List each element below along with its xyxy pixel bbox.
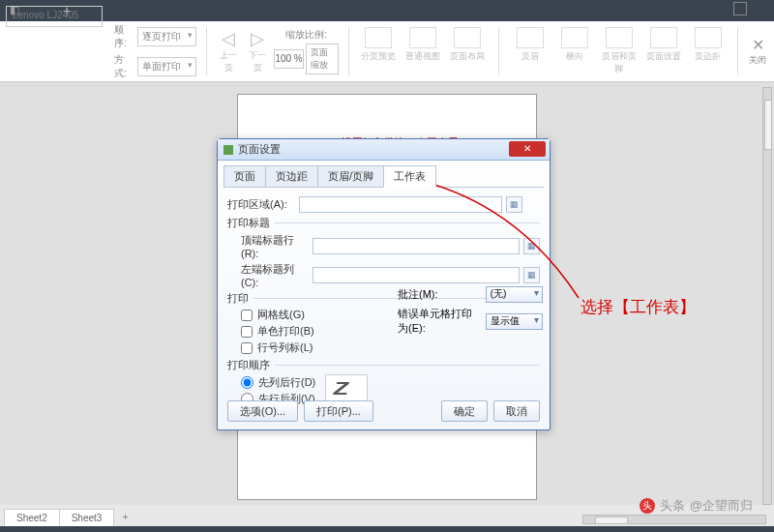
horizontal-scrollbar[interactable] — [582, 515, 766, 524]
add-sheet-button[interactable]: + — [114, 509, 135, 526]
sheet-tab[interactable]: Sheet3 — [59, 509, 115, 526]
tab-sheet[interactable]: 工作表 — [383, 165, 436, 188]
ribbon-toolbar: Lenovo LJ2405 份数: 1 顺序: 逐页打印 方式: 单面打印 ◁上… — [0, 21, 774, 82]
ok-button[interactable]: 确定 — [441, 400, 488, 422]
sheet-tabs: Sheet2 Sheet3 + — [4, 509, 135, 526]
print-titles-group: 打印标题 — [227, 216, 540, 230]
rows-repeat-input[interactable] — [313, 238, 520, 254]
mode-label: 方式: — [114, 53, 134, 80]
print-button[interactable]: 打印(P)... — [304, 400, 373, 422]
close-preview-button[interactable]: ✕关闭 — [748, 36, 768, 67]
print-area-input[interactable] — [299, 196, 502, 213]
cols-repeat-input[interactable] — [313, 267, 520, 283]
tab-header-footer[interactable]: 页眉/页脚 — [317, 165, 384, 188]
page-zoom-button[interactable]: 页面缩放 — [306, 44, 339, 74]
order-down-radio[interactable]: 先列后行(D) — [241, 375, 315, 390]
options-button[interactable]: 选项(O)... — [227, 400, 298, 422]
page-setup-button[interactable]: 页面设置 — [644, 27, 683, 75]
toutiao-logo-icon: 头 — [640, 498, 655, 514]
separator — [498, 27, 499, 75]
print-order-group: 打印顺序 — [227, 358, 540, 372]
zoom-value-input[interactable]: 100 % — [274, 49, 304, 69]
window-maximize-icon[interactable] — [733, 2, 747, 15]
sequence-label: 顺序: — [114, 23, 134, 50]
page-break-preview-button[interactable]: 分页预览 — [359, 27, 398, 75]
vertical-scrollbar[interactable] — [762, 87, 772, 505]
rows-repeat-label: 顶端标题行(R): — [241, 233, 309, 259]
sequence-select[interactable]: 逐页打印 — [137, 27, 196, 46]
page-setup-dialog: 页面设置 ✕ 页面 页边距 页眉/页脚 工作表 打印区域(A): ▦ 打印标题 … — [217, 138, 551, 430]
prev-page-button[interactable]: ◁上一页 — [217, 28, 242, 74]
rows-picker-icon[interactable]: ▦ — [523, 238, 540, 254]
comments-label: 批注(M): — [398, 287, 480, 302]
dialog-titlebar[interactable]: 页面设置 — [218, 139, 550, 161]
print-area-label: 打印区域(A): — [227, 197, 295, 212]
tab-page[interactable]: 页面 — [223, 165, 266, 188]
app-icon: ◧ — [10, 4, 21, 15]
tab-margins[interactable]: 页边距 — [265, 165, 318, 188]
rowcol-checkbox[interactable]: 行号列标(L) — [241, 340, 540, 355]
next-page-button[interactable]: ▷下一页 — [245, 28, 270, 74]
margins-button[interactable]: 页边距 — [689, 27, 728, 75]
cancel-button[interactable]: 取消 — [493, 400, 540, 422]
statusbar — [0, 526, 774, 532]
sheet-tab[interactable]: Sheet2 — [4, 509, 60, 526]
errors-select[interactable]: 显示值 — [486, 313, 543, 330]
window-titlebar: ◧ + — [0, 0, 774, 21]
separator — [737, 27, 738, 75]
separator — [206, 27, 207, 75]
print-area-picker-icon[interactable]: ▦ — [506, 196, 522, 213]
portrait-button[interactable]: 页眉 — [511, 27, 550, 75]
page-layout-button[interactable]: 页面布局 — [448, 27, 487, 75]
separator — [348, 27, 349, 75]
watermark: 头 头条 @企望而归 — [640, 497, 753, 515]
zoom-ratio-label: 缩放比例: — [285, 28, 327, 42]
mode-select[interactable]: 单面打印 — [137, 57, 196, 76]
errors-label: 错误单元格打印为(E): — [398, 307, 480, 336]
cols-repeat-label: 左端标题列(C): — [241, 262, 309, 288]
comments-select[interactable]: (无) — [486, 286, 543, 303]
normal-view-button[interactable]: 普通视图 — [403, 27, 442, 75]
dialog-icon — [223, 145, 233, 155]
dialog-tabs: 页面 页边距 页眉/页脚 工作表 — [223, 165, 544, 188]
annotation-text: 选择【工作表】 — [580, 296, 696, 318]
cols-picker-icon[interactable]: ▦ — [523, 267, 540, 283]
landscape-button[interactable]: 横向 — [555, 27, 594, 75]
header-footer-button[interactable]: 页眉和页脚 — [600, 27, 639, 75]
dialog-close-button[interactable]: ✕ — [509, 141, 546, 157]
dialog-title-text: 页面设置 — [238, 142, 281, 157]
